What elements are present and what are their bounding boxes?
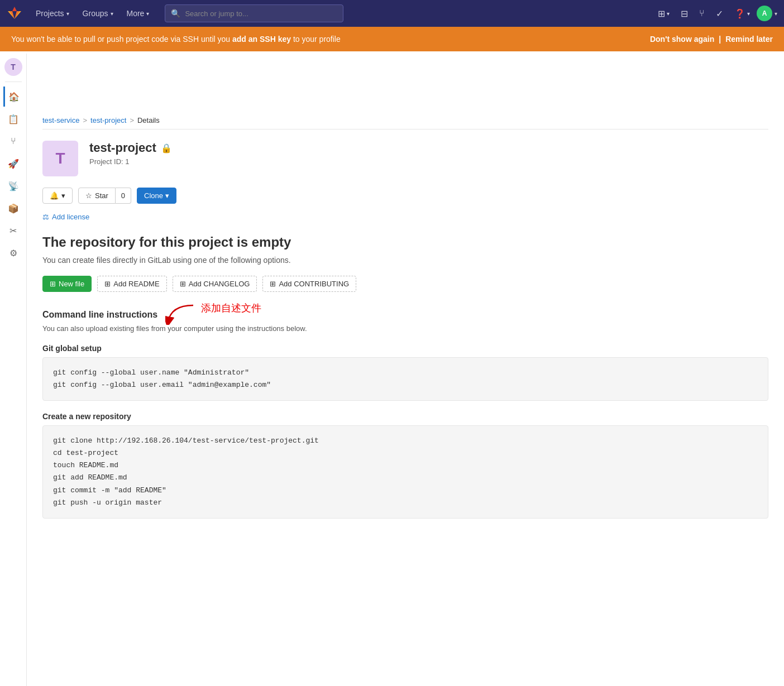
merge-requests-button[interactable]: ⑂	[695, 4, 709, 23]
help-icon: ❓	[734, 8, 745, 19]
breadcrumb-current: Details	[137, 116, 160, 124]
plus-icon: ⊞	[658, 8, 665, 19]
annotation-text: 添加自述文件	[201, 301, 261, 315]
cmd-heading: Command line instructions	[42, 310, 768, 320]
new-repo-code: git clone http://192.168.26.104/test-ser…	[42, 425, 768, 519]
ssh-warning-banner: You won't be able to pull or push projec…	[0, 27, 784, 51]
star-icon: ☆	[85, 191, 92, 200]
new-file-button[interactable]: ⊞ New file	[42, 276, 92, 292]
notify-chevron: ▾	[61, 191, 65, 200]
breadcrumb-service[interactable]: test-service	[42, 116, 79, 124]
gitlab-logo[interactable]	[7, 6, 22, 21]
new-file-icon: ⊞	[50, 280, 56, 288]
bell-icon: 🔔	[50, 191, 59, 200]
dont-show-button[interactable]: Don't show again	[650, 35, 714, 44]
notify-button[interactable]: 🔔 ▾	[42, 188, 73, 204]
breadcrumb-divider	[42, 129, 768, 129]
star-label: Star	[95, 191, 108, 200]
banner-link[interactable]: add an SSH key	[232, 35, 291, 44]
add-changelog-button[interactable]: ⊞ Add CHANGELOG	[173, 276, 257, 292]
sidebar-item-snippets[interactable]: ✂	[3, 220, 23, 241]
breadcrumb-project[interactable]: test-project	[90, 116, 126, 124]
new-item-button[interactable]: ⊞ ▾	[653, 4, 674, 23]
chevron-down-icon: ▾	[66, 11, 69, 17]
cmd-section: Command line instructions You can also u…	[42, 310, 768, 519]
nav-more[interactable]: More ▾	[122, 0, 154, 27]
empty-repo-heading: The repository for this project is empty	[42, 234, 768, 250]
add-license-link[interactable]: ⚖ Add license	[42, 213, 768, 221]
license-icon: ⚖	[42, 213, 49, 221]
lock-icon: 🔒	[161, 143, 172, 153]
add-readme-label: Add README	[113, 280, 159, 288]
add-readme-button[interactable]: ⊞ Add README	[97, 276, 166, 292]
star-count: 0	[116, 188, 131, 204]
main-content: test-service > test-project > Details T …	[27, 105, 784, 541]
sidebar-divider	[5, 81, 22, 82]
add-changelog-icon: ⊞	[180, 280, 186, 288]
merge-icon: ⑂	[699, 8, 705, 18]
chevron-down-icon: ▾	[111, 11, 113, 17]
new-file-label: New file	[59, 280, 84, 288]
search-input[interactable]	[185, 9, 337, 18]
project-avatar: T	[42, 141, 78, 176]
star-button[interactable]: ☆ Star	[78, 188, 116, 204]
cmd-desc: You can also upload existing files from …	[42, 324, 768, 333]
add-changelog-label: Add CHANGELOG	[189, 280, 250, 288]
add-contributing-icon: ⊞	[270, 280, 276, 288]
user-avatar[interactable]: A	[757, 6, 772, 21]
issues-button[interactable]: ⊟	[676, 4, 692, 23]
activity-icon: ✓	[716, 8, 723, 19]
banner-actions: Don't show again | Remind later	[650, 35, 773, 44]
project-id: Project ID: 1	[89, 157, 172, 166]
git-setup-title: Git global setup	[42, 344, 768, 353]
plus-chevron: ▾	[667, 11, 670, 17]
breadcrumb: test-service > test-project > Details	[42, 116, 768, 124]
sidebar-item-repository[interactable]: 📋	[3, 109, 23, 129]
svg-marker-0	[12, 7, 17, 11]
issues-icon: ⊟	[681, 8, 688, 19]
arrow-annotation: 添加自述文件	[165, 303, 261, 325]
project-header: T test-project 🔒 Project ID: 1	[42, 141, 768, 176]
chevron-down-icon: ▾	[146, 11, 149, 17]
actions-row: 🔔 ▾ ☆ Star 0 Clone ▾	[42, 188, 768, 204]
nav-groups[interactable]: Groups ▾	[78, 0, 118, 27]
help-button[interactable]: ❓ ▾	[730, 4, 754, 23]
empty-repo-section: The repository for this project is empty…	[42, 234, 768, 292]
sidebar-item-operations[interactable]: 📡	[3, 176, 23, 196]
star-group: ☆ Star 0	[78, 188, 131, 204]
empty-repo-desc: You can create files directly in GitLab …	[42, 256, 768, 265]
sidebar-user-avatar[interactable]: T	[4, 58, 22, 76]
sidebar-item-issues[interactable]: ⑂	[3, 131, 23, 151]
file-actions-row: ⊞ New file ⊞ Add README ⊞ Add CHANGELOG …	[42, 276, 768, 292]
remind-later-button[interactable]: Remind later	[725, 35, 773, 44]
git-setup-code: git config --global user.name "Administr…	[42, 357, 768, 401]
add-readme-icon: ⊞	[104, 280, 111, 288]
sidebar-item-home[interactable]: 🏠	[3, 87, 23, 107]
sidebar-item-settings[interactable]: ⚙	[3, 243, 23, 263]
arrow-icon	[165, 303, 199, 325]
add-contributing-label: Add CONTRIBUTING	[279, 280, 349, 288]
search-bar[interactable]: 🔍	[165, 4, 343, 22]
help-chevron: ▾	[747, 11, 750, 17]
left-sidebar: T 🏠 📋 ⑂ 🚀 📡 📦 ✂ ⚙	[0, 54, 27, 541]
nav-icon-group: ⊞ ▾ ⊟ ⑂ ✓ ❓ ▾ A ▾	[653, 4, 777, 23]
breadcrumb-sep2: >	[130, 116, 134, 124]
banner-text: You won't be able to pull or push projec…	[11, 35, 650, 44]
nav-projects[interactable]: Projects ▾	[31, 0, 74, 27]
new-repo-title: Create a new repository	[42, 412, 768, 421]
breadcrumb-sep1: >	[83, 116, 87, 124]
top-navigation: Projects ▾ Groups ▾ More ▾ 🔍 ⊞ ▾ ⊟ ⑂ ✓ ❓…	[0, 0, 784, 27]
add-contributing-button[interactable]: ⊞ Add CONTRIBUTING	[262, 276, 356, 292]
sidebar-item-cicd[interactable]: 🚀	[3, 153, 23, 174]
clone-label: Clone ▾	[144, 191, 169, 200]
activity-button[interactable]: ✓	[711, 4, 728, 23]
page-layout: T 🏠 📋 ⑂ 🚀 📡 📦 ✂ ⚙ test-service > test-pr…	[0, 51, 784, 541]
project-info: test-project 🔒 Project ID: 1	[89, 141, 172, 166]
add-license-label: Add license	[52, 213, 89, 221]
sidebar-item-packages[interactable]: 📦	[3, 198, 23, 218]
search-icon: 🔍	[171, 9, 180, 18]
clone-button[interactable]: Clone ▾	[137, 188, 176, 204]
avatar-chevron: ▾	[775, 11, 777, 17]
banner-sep: |	[719, 35, 721, 44]
project-title: test-project 🔒	[89, 141, 172, 155]
